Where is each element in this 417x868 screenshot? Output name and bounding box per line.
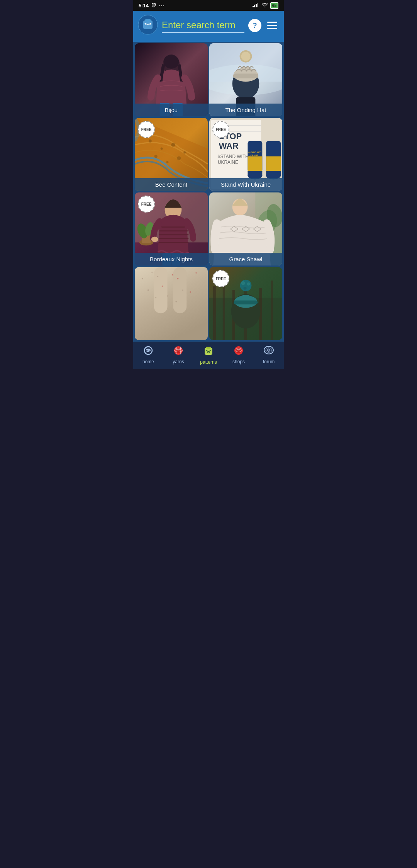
hamburger-icon xyxy=(267,22,277,29)
search-input[interactable] xyxy=(162,18,244,33)
svg-point-14 xyxy=(164,55,179,69)
grid-item-bee-content[interactable]: FREE xyxy=(135,118,208,191)
svg-point-104 xyxy=(244,287,247,290)
svg-point-29 xyxy=(171,143,175,147)
svg-rect-84 xyxy=(173,267,186,313)
svg-point-102 xyxy=(241,281,245,285)
svg-rect-3 xyxy=(257,3,258,7)
nav-item-patterns[interactable]: patterns xyxy=(193,345,224,365)
shops-label: shops xyxy=(232,359,245,364)
svg-point-112 xyxy=(207,352,208,353)
home-label: home xyxy=(142,359,154,364)
grace-shawl-label: Grace Shawl xyxy=(209,253,282,266)
home-icon xyxy=(142,345,154,357)
svg-point-80 xyxy=(147,289,149,291)
svg-text:UKRAINE: UKRAINE xyxy=(249,154,258,157)
bordeaux-label: Bordeaux Nights xyxy=(135,253,208,266)
free-badge-item8: FREE xyxy=(212,270,229,287)
svg-rect-1 xyxy=(254,5,255,7)
svg-rect-6 xyxy=(145,19,151,22)
svg-text:WAR: WAR xyxy=(219,141,239,151)
grid-item-7[interactable] xyxy=(135,267,208,340)
pattern-grid: Bijou xyxy=(133,42,284,342)
grid-item-8[interactable]: FREE xyxy=(209,267,282,340)
yarns-icon xyxy=(173,345,184,357)
svg-point-30 xyxy=(183,151,186,154)
svg-rect-0 xyxy=(253,6,254,7)
svg-point-32 xyxy=(166,161,169,163)
svg-point-109 xyxy=(176,348,181,353)
help-button[interactable]: ? xyxy=(248,19,261,32)
menu-button[interactable] xyxy=(265,19,279,32)
svg-point-23 xyxy=(241,52,251,61)
svg-point-28 xyxy=(161,148,163,150)
svg-rect-11 xyxy=(267,28,277,29)
free-badge-ukraine: FREE xyxy=(212,121,229,138)
svg-point-31 xyxy=(154,155,158,158)
svg-point-8 xyxy=(149,24,151,25)
svg-rect-73 xyxy=(135,267,208,340)
patterns-label: patterns xyxy=(200,359,217,365)
free-badge-bee: FREE xyxy=(138,121,155,138)
svg-rect-105 xyxy=(234,301,258,305)
help-icon: ? xyxy=(253,22,257,30)
svg-rect-49 xyxy=(266,156,281,172)
svg-point-101 xyxy=(240,280,252,291)
shops-icon xyxy=(233,345,244,357)
item7-image xyxy=(135,267,208,340)
status-icons: 65 xyxy=(253,3,278,9)
svg-point-103 xyxy=(247,283,250,286)
svg-rect-94 xyxy=(223,279,225,340)
svg-rect-43 xyxy=(247,156,262,172)
status-bar: 5:14 ··· 65 xyxy=(133,0,284,11)
wifi-icon xyxy=(262,3,268,9)
svg-point-86 xyxy=(162,286,163,287)
svg-point-88 xyxy=(177,278,178,279)
svg-rect-10 xyxy=(267,25,277,26)
forum-icon xyxy=(263,345,275,357)
svg-rect-83 xyxy=(154,267,168,313)
header: ? xyxy=(133,11,284,42)
battery-indicator: 65 xyxy=(270,3,278,8)
svg-point-74 xyxy=(142,278,143,279)
dots-icon: ··· xyxy=(159,3,165,9)
nav-item-yarns[interactable]: yarns xyxy=(163,345,193,364)
onding-hat-label: The Onding Hat xyxy=(209,104,282,116)
svg-point-82 xyxy=(190,291,191,293)
nav-item-forum[interactable]: forum xyxy=(254,345,284,364)
grid-item-bijou[interactable]: Bijou xyxy=(135,43,208,116)
svg-point-87 xyxy=(155,297,156,298)
svg-rect-98 xyxy=(271,281,273,340)
grid-item-onding-hat[interactable]: The Onding Hat xyxy=(209,43,282,116)
bijou-label: Bijou xyxy=(135,104,208,116)
patterns-icon xyxy=(202,345,215,358)
svg-point-75 xyxy=(151,272,153,273)
forum-label: forum xyxy=(263,359,275,364)
svg-point-90 xyxy=(175,301,177,303)
svg-point-79 xyxy=(195,272,197,274)
bee-content-label: Bee Content xyxy=(135,178,208,191)
svg-point-113 xyxy=(209,352,210,353)
svg-point-7 xyxy=(145,24,146,25)
svg-rect-24 xyxy=(233,74,259,78)
signal-icon xyxy=(253,3,259,9)
grid-item-bordeaux-nights[interactable]: FREE xyxy=(135,192,208,266)
svg-text:UKRAINE: UKRAINE xyxy=(218,160,238,165)
app-logo xyxy=(138,15,158,36)
svg-rect-111 xyxy=(206,347,211,349)
yarns-label: yarns xyxy=(173,359,184,364)
svg-rect-2 xyxy=(256,4,257,7)
svg-text:#STAND WITH: #STAND WITH xyxy=(218,154,249,159)
nav-item-shops[interactable]: shops xyxy=(224,345,254,364)
svg-point-85 xyxy=(157,276,158,277)
free-badge-bordeaux: FREE xyxy=(138,196,155,213)
status-time-area: 5:14 ··· xyxy=(139,2,165,9)
svg-point-89 xyxy=(182,289,183,291)
svg-text:#STAND WITH: #STAND WITH xyxy=(248,151,262,153)
bottom-nav: home yarns patte xyxy=(133,342,284,369)
shield-icon xyxy=(151,2,156,9)
svg-point-33 xyxy=(177,156,181,160)
grid-item-stand-with-ukraine[interactable]: FREE STOP WAR #STAND WITH UKRAINE xyxy=(209,118,282,191)
grid-item-grace-shawl[interactable]: Grace Shawl xyxy=(209,192,282,266)
nav-item-home[interactable]: home xyxy=(133,345,163,364)
